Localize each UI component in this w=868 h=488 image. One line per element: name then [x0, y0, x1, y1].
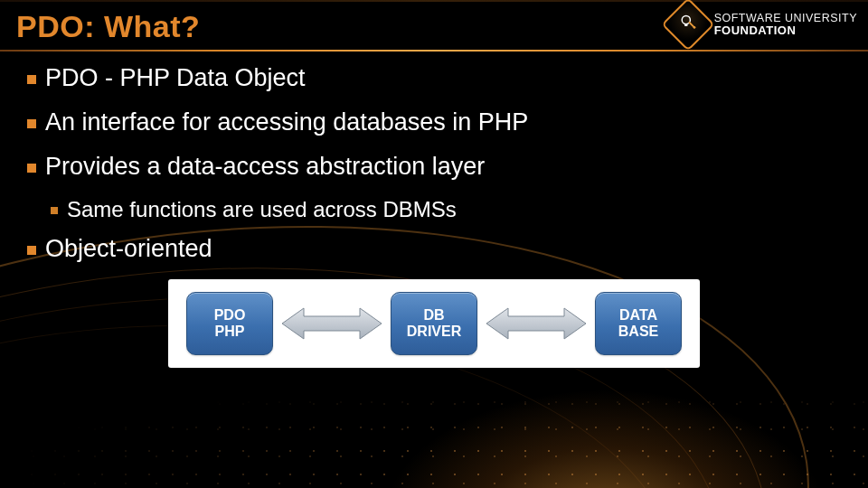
diagram-node-driver: DB DRIVER: [391, 292, 477, 355]
bg-glow: [380, 389, 832, 488]
bullet-1-text: PDO - PHP Data Object: [45, 64, 306, 92]
diagram-node-database: DATA BASE: [595, 292, 682, 355]
bg-dots: [0, 380, 868, 488]
double-arrow-icon: [282, 303, 382, 344]
bullet-3: Provides a data-access abstraction layer: [27, 153, 841, 181]
title-topline: [0, 0, 868, 2]
logo-text: SOFTWARE UNIVERSITY FOUNDATION: [714, 13, 857, 37]
svg-rect-1: [684, 23, 687, 26]
svg-marker-4: [486, 308, 586, 339]
bullet-3-text: Provides a data-access abstraction layer: [45, 153, 485, 181]
bullet-2-text: An interface for accessing databases in …: [45, 108, 528, 136]
lightbulb-wrench-icon: [678, 13, 698, 37]
bullet-3-sub: Same functions are used across DBMSs: [51, 197, 841, 222]
bullet-4-text: Object-oriented: [45, 235, 212, 263]
bullet-square-icon: [27, 246, 36, 255]
bullet-4: Object-oriented: [27, 235, 841, 263]
bullet-square-icon: [27, 75, 36, 84]
bullet-2: An interface for accessing databases in …: [27, 108, 841, 136]
bullet-1: PDO - PHP Data Object: [27, 64, 841, 92]
brand-logo: SOFTWARE UNIVERSITY FOUNDATION: [669, 5, 857, 43]
svg-marker-3: [282, 308, 382, 339]
diagram-node-pdo: PDO PHP: [186, 292, 273, 355]
bullet-square-icon: [51, 207, 58, 214]
bullet-square-icon: [27, 164, 36, 173]
bullet-square-icon: [27, 119, 36, 128]
bullet-3-sub-text: Same functions are used across DBMSs: [67, 197, 457, 222]
double-arrow-icon: [486, 303, 586, 344]
logo-line1: SOFTWARE UNIVERSITY: [714, 13, 857, 24]
logo-line2: FOUNDATION: [714, 24, 857, 37]
pdo-architecture-diagram: PDO PHP DB DRIVER DATA BASE: [168, 279, 700, 368]
slide-content: PDO - PHP Data Object An interface for a…: [0, 52, 868, 368]
